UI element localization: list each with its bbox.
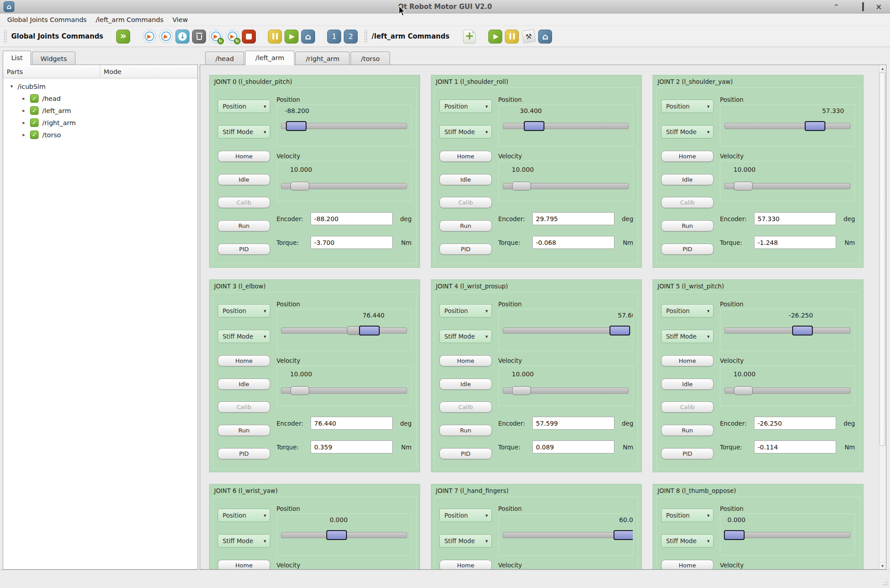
position-slider-handle[interactable] [724,530,745,540]
home-button[interactable]: Home [439,355,492,366]
idle-button[interactable]: Idle [439,174,492,185]
cycle-all-seq-button[interactable]: ▶↻ [225,30,239,44]
run-button[interactable]: Run [661,425,714,436]
position-slider-handle[interactable] [359,326,380,335]
encoder-input[interactable] [311,417,393,430]
pid-button[interactable]: PID [218,244,270,255]
velocity-slider[interactable] [724,386,851,396]
pid-button[interactable]: PID [661,244,714,255]
calibrate-all-button[interactable] [192,30,206,44]
torque-input[interactable] [311,440,393,453]
position-slider[interactable] [503,121,629,131]
run-button[interactable]: Run [218,220,270,231]
position-slider[interactable] [281,121,407,131]
control-mode-select[interactable]: Position ▾ [218,304,270,318]
maximize-button[interactable] [862,2,864,11]
pid-button[interactable]: PID [439,448,492,459]
torque-input[interactable] [532,236,614,249]
position-slider[interactable] [281,530,407,540]
resize-grip[interactable] [881,579,888,586]
position-slider[interactable] [281,326,407,335]
control-mode-select[interactable]: Position ▾ [661,100,714,113]
tools-part-button[interactable]: ⚒ [522,30,535,44]
velocity-slider[interactable] [281,386,407,396]
vertical-scrollbar[interactable]: ▴ ▾ [879,65,886,569]
custom-position-1-button[interactable]: 1 [327,30,341,44]
close-button[interactable]: × [876,4,882,10]
interaction-mode-select[interactable]: Stiff Mode ▾ [218,534,270,548]
tab-list[interactable]: List [3,51,31,65]
idle-button[interactable]: Idle [661,379,714,390]
encoder-input[interactable] [532,417,614,430]
position-slider-handle[interactable] [524,121,544,131]
control-mode-select[interactable]: Position ▾ [439,100,492,113]
control-mode-select[interactable]: Position ▾ [218,100,270,113]
velocity-slider-handle[interactable] [290,182,309,191]
velocity-slider-handle[interactable] [512,386,531,395]
velocity-slider-handle[interactable] [290,386,309,395]
velocity-slider[interactable] [503,386,629,396]
column-header-parts[interactable]: Parts [3,65,100,78]
slider-track[interactable] [503,123,629,129]
home-part-button[interactable]: ⌂ [538,30,552,44]
run-all-parts-button[interactable]: » [116,30,130,44]
position-slider-handle[interactable] [609,326,630,335]
position-slider[interactable] [724,326,851,335]
position-slider-handle[interactable] [326,530,347,540]
tab-left-arm[interactable]: /left_arm [245,51,294,65]
interaction-mode-select[interactable]: Stiff Mode ▾ [439,125,492,139]
interaction-mode-select[interactable]: Stiff Mode ▾ [661,330,714,343]
interaction-mode-select[interactable]: Stiff Mode ▾ [218,125,270,139]
tree-item-left-arm[interactable]: ▸ ✓ /left_arm [3,105,197,117]
interaction-mode-select[interactable]: Stiff Mode ▾ [218,330,270,343]
cycle-all-button[interactable]: ▶↻ [209,30,223,44]
calib-button[interactable]: Calib [218,401,270,413]
checkbox-torso[interactable]: ✓ [30,131,39,139]
toolbar-drag-handle[interactable] [4,30,8,43]
encoder-input[interactable] [532,212,614,225]
pause-all-button[interactable] [268,30,282,44]
position-slider[interactable] [724,530,851,540]
checkbox-head[interactable]: ✓ [30,94,39,103]
play-part-button[interactable]: ▶ [488,30,502,44]
add-sequence-button[interactable]: + [462,30,476,44]
tree-collapsed-icon[interactable]: ▸ [21,132,27,138]
position-slider-handle[interactable] [286,121,307,131]
tree-item-torso[interactable]: ▸ ✓ /torso [3,129,197,141]
control-mode-select[interactable]: Position ▾ [218,509,270,522]
menu-global-joints-commands[interactable]: Global Joints Commands [3,14,91,25]
checkbox-right-arm[interactable]: ✓ [30,118,39,127]
tree-expand-icon[interactable]: ▾ [9,83,15,89]
interaction-mode-select[interactable]: Stiff Mode ▾ [661,534,714,548]
velocity-slider[interactable] [724,181,851,191]
velocity-slider-handle[interactable] [512,182,531,191]
menu-left-arm-commands[interactable]: /left_arm Commands [91,14,168,25]
velocity-slider[interactable] [503,181,629,191]
home-all-button[interactable]: ⌂ [301,30,315,44]
idle-button[interactable]: Idle [439,379,492,390]
home-button[interactable]: Home [661,355,714,366]
calib-button[interactable]: Calib [661,197,714,208]
tree-item-right-arm[interactable]: ▸ ✓ /right_arm [3,117,197,129]
run-button[interactable]: Run [439,425,492,436]
custom-position-2-button[interactable]: 2 [344,30,358,44]
control-mode-select[interactable]: Position ▾ [661,509,714,522]
home-button[interactable]: Home [218,151,270,162]
tab-right-arm[interactable]: /right_arm [295,52,350,65]
home-button[interactable]: Home [661,151,714,162]
tree-collapsed-icon[interactable]: ▸ [21,96,27,101]
control-mode-select[interactable]: Position ▾ [661,304,714,318]
position-slider[interactable] [503,326,629,335]
tab-torso[interactable]: /torso [351,52,390,65]
slider-track[interactable] [724,123,851,129]
run-button[interactable]: Run [218,425,270,436]
velocity-slider[interactable] [281,181,407,191]
position-slider[interactable] [724,121,851,131]
run-button[interactable]: Run [661,220,714,231]
slider-track[interactable] [281,327,407,334]
tab-head[interactable]: /head [205,52,244,65]
shade-window-button[interactable]: ^ [834,4,839,10]
calib-button[interactable]: Calib [439,401,492,413]
tab-widgets[interactable]: Widgets [32,52,75,65]
control-mode-select[interactable]: Position ▾ [439,509,492,522]
